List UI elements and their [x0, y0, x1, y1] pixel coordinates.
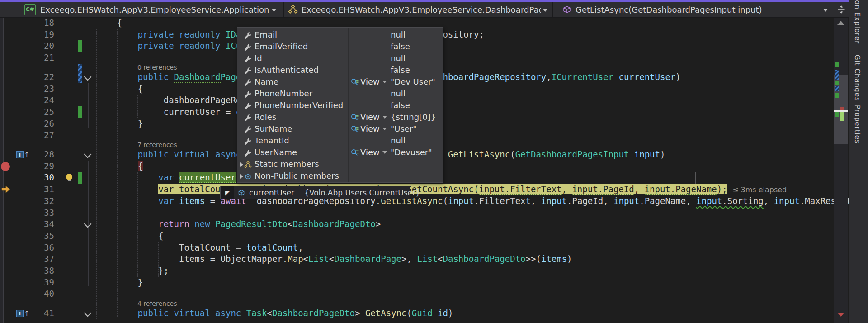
- datatip-member-value: false: [391, 64, 410, 76]
- datatip-row[interactable]: Idnull: [237, 52, 443, 64]
- property-wrench-icon: [244, 54, 252, 62]
- code-line[interactable]: 41 public virtual async Task<DashboardPa…: [0, 308, 834, 319]
- view-link[interactable]: View: [351, 76, 387, 88]
- view-link[interactable]: View: [351, 111, 387, 123]
- tab-git-changes[interactable]: Git Changes: [853, 55, 861, 101]
- datatip-row[interactable]: IsAuthenticatedfalse: [237, 64, 443, 76]
- datatip-row[interactable]: EmailVerifiedfalse: [237, 41, 443, 52]
- codelens-references[interactable]: 4 references: [137, 300, 177, 308]
- datatip-row[interactable]: RolesView{string[0]}: [237, 111, 443, 123]
- datatip-member-name: IsAuthenticated: [255, 64, 319, 76]
- chevron-down-icon[interactable]: [271, 9, 277, 12]
- line-number: 35: [0, 230, 54, 242]
- datatip-member-value: null: [391, 88, 406, 100]
- code-line[interactable]: 33: [0, 207, 834, 219]
- class-diagram-icon: [288, 5, 298, 14]
- code-line-text: {: [96, 17, 122, 29]
- code-line-text: {: [96, 161, 143, 172]
- expand-arrow-icon[interactable]: [240, 162, 243, 167]
- line-number: 24: [0, 95, 54, 106]
- datatip-row[interactable]: PhoneNumberVerifiedfalse: [237, 100, 443, 111]
- non-public-members-icon: [244, 172, 252, 180]
- datatip-row[interactable]: Non-Public members: [237, 170, 443, 182]
- indent-guide: [158, 242, 159, 277]
- line-number: 23: [0, 83, 54, 95]
- chevron-down-icon[interactable]: [382, 128, 387, 130]
- code-line-text: }: [96, 277, 143, 289]
- collapse-triangle-icon[interactable]: ◤: [221, 186, 234, 199]
- property-wrench-icon: [244, 148, 252, 156]
- datatip-member-value: "Dev User": [391, 76, 435, 88]
- datatip-member-value: {string[0]}: [391, 111, 436, 123]
- property-wrench-icon: [244, 101, 252, 109]
- member-dropdown[interactable]: GetListAsync(GetDashboardPagesInput inpu…: [562, 2, 824, 17]
- datatip-member-value: "User": [391, 123, 417, 135]
- scroll-up-icon[interactable]: [837, 21, 844, 25]
- view-link[interactable]: View: [351, 123, 387, 135]
- line-number: 20: [0, 40, 54, 52]
- project-dropdown-label: Exceego.EHSWatch.AppV3.EmployeeService.A…: [40, 5, 269, 14]
- code-line-text: {: [96, 230, 164, 242]
- chevron-down-icon[interactable]: [542, 9, 548, 12]
- codelens-references[interactable]: 0 references: [137, 64, 177, 71]
- datatip-member-value: false: [391, 41, 410, 52]
- indent-guide: [137, 172, 138, 277]
- datatip-member-name: PhoneNumber: [255, 88, 312, 100]
- property-wrench-icon: [244, 125, 252, 133]
- datatip-row[interactable]: NameView"Dev User": [237, 76, 443, 88]
- line-number: 36: [0, 242, 54, 254]
- divider: [552, 2, 553, 17]
- vs-editor-window: C# Exceego.EHSWatch.AppV3.EmployeeServic…: [0, 0, 868, 323]
- datatip-row[interactable]: Static members: [237, 158, 443, 170]
- datatip-member-name: SurName: [255, 123, 292, 135]
- implements-interface-icon: I↑: [16, 309, 30, 318]
- datatip-member-name: Name: [255, 76, 278, 88]
- datatip-row[interactable]: UserNameView"Devuser": [237, 147, 443, 158]
- line-number: 27: [0, 129, 54, 141]
- indent-guide: [137, 95, 138, 118]
- line-number: 37: [0, 253, 54, 265]
- code-line[interactable]: 34 return new PagedResultDto<DashboardPa…: [0, 218, 834, 230]
- code-line[interactable]: 40: [0, 288, 834, 300]
- type-dropdown[interactable]: Exceego.EHSWatch.AppV3.EmployeeService.D…: [288, 2, 541, 17]
- code-line-text: {: [96, 83, 143, 95]
- datatip-member-name: Email: [255, 29, 277, 41]
- csharp-project-icon: C#: [24, 4, 36, 15]
- datatip-row[interactable]: PhoneNumbernull: [237, 88, 443, 100]
- code-line[interactable]: 35 {: [0, 230, 834, 242]
- chevron-down-icon[interactable]: [382, 81, 387, 83]
- datatip-row[interactable]: TenantIdnull: [237, 135, 443, 147]
- datatip-row[interactable]: Emailnull: [237, 29, 443, 41]
- scroll-mark-change: [835, 112, 839, 117]
- chevron-down-icon[interactable]: [382, 116, 387, 119]
- change-tracking-bar: [78, 64, 82, 83]
- code-line[interactable]: 37 Items = ObjectMapper.Map<List<Dashboa…: [0, 253, 834, 265]
- scroll-mark-change: [835, 93, 839, 98]
- datatip-row[interactable]: SurNameView"User": [237, 123, 443, 135]
- expand-arrow-icon[interactable]: [240, 174, 243, 179]
- scroll-mark-current-statement: [840, 112, 844, 121]
- debug-accent-line: [0, 0, 849, 2]
- project-dropdown[interactable]: C# Exceego.EHSWatch.AppV3.EmployeeServic…: [5, 2, 280, 17]
- datatip-member-name: Roles: [255, 111, 276, 123]
- code-line[interactable]: 39 }: [0, 277, 834, 289]
- split-editor-button[interactable]: [834, 2, 849, 17]
- breakpoint-icon[interactable]: [1, 162, 10, 171]
- navigation-bar: C# Exceego.EHSWatch.AppV3.EmployeeServic…: [0, 2, 849, 18]
- property-wrench-icon: [244, 31, 252, 38]
- property-wrench-icon: [244, 66, 252, 74]
- codelens-references[interactable]: 7 references: [137, 141, 177, 149]
- chevron-down-icon[interactable]: [823, 9, 828, 12]
- change-tracking-bar: [78, 106, 82, 118]
- code-line[interactable]: 38 };: [0, 265, 834, 277]
- datatip-root-row[interactable]: ◤ currentUser {Volo.Abp.Users.CurrentUse…: [220, 186, 410, 200]
- chevron-down-icon[interactable]: [382, 151, 387, 154]
- datatip-popup[interactable]: EmailnullEmailVerifiedfalseIdnullIsAuthe…: [237, 27, 443, 183]
- perf-tip[interactable]: ≤ 3ms elapsed: [732, 184, 787, 196]
- view-link[interactable]: View: [351, 147, 387, 158]
- tab-properties[interactable]: Properties: [853, 105, 861, 144]
- tab-solution-explorer[interactable]: Solution Explorer: [853, 0, 861, 44]
- code-line[interactable]: 36 TotalCount = totalCount,: [0, 242, 834, 254]
- scroll-down-icon[interactable]: [837, 313, 844, 317]
- vertical-scrollbar[interactable]: [834, 17, 848, 323]
